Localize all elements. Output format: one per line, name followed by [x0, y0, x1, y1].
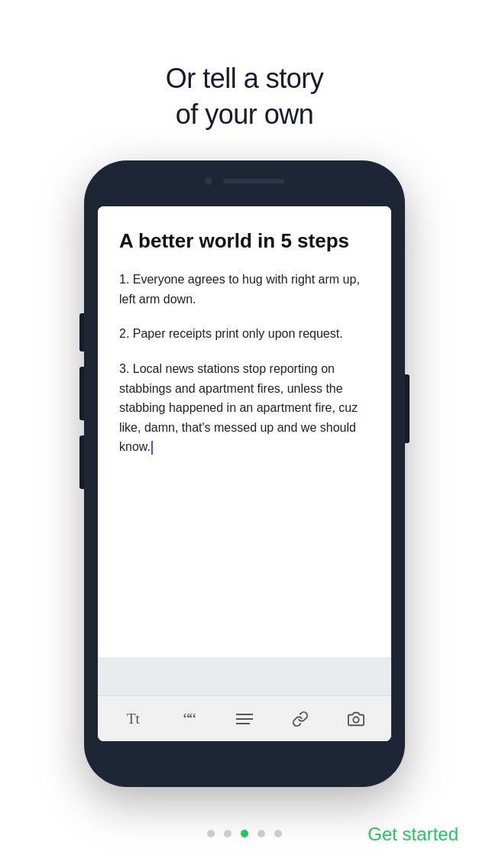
phone-mockup: A better world in 5 steps 1. Everyone ag…	[84, 160, 405, 787]
align-toolbar-button[interactable]	[228, 702, 261, 736]
dot-2[interactable]	[224, 830, 232, 837]
header-line2: of your own	[0, 97, 489, 133]
article-paragraph-2: 2. Paper receipts print only upon reques…	[119, 324, 370, 344]
editor-toolbar: Tt ““	[98, 695, 391, 741]
dot-5[interactable]	[274, 830, 282, 837]
quote-toolbar-button[interactable]: ““	[172, 702, 206, 736]
camera-dot	[205, 177, 212, 185]
keyboard-area	[98, 657, 391, 695]
font-toolbar-button[interactable]: Tt	[116, 702, 150, 736]
speaker-bar	[223, 179, 284, 183]
text-cursor	[151, 441, 153, 455]
article-paragraph-1: 1. Everyone agrees to hug with right arm…	[119, 270, 370, 309]
get-started-button[interactable]: Get started	[368, 824, 458, 845]
volume-down-button	[79, 436, 84, 489]
article-paragraph-3: 3. Local news stations stop reporting on…	[119, 359, 370, 457]
phone-screen: A better world in 5 steps 1. Everyone ag…	[98, 206, 391, 741]
power-button	[405, 374, 410, 443]
phone-notch	[205, 177, 284, 185]
header-line1: Or tell a story	[0, 61, 489, 97]
dot-3-active[interactable]	[241, 830, 248, 837]
page-header: Or tell a story of your own	[0, 0, 489, 133]
phone-outer: A better world in 5 steps 1. Everyone ag…	[84, 160, 405, 787]
dot-4[interactable]	[257, 830, 265, 837]
svg-point-0	[353, 717, 358, 722]
volume-up-button	[79, 367, 84, 420]
link-toolbar-button[interactable]	[283, 702, 317, 736]
camera-toolbar-button[interactable]	[339, 702, 373, 736]
article-title: A better world in 5 steps	[119, 229, 370, 253]
dot-1[interactable]	[207, 830, 215, 837]
article-body: A better world in 5 steps 1. Everyone ag…	[98, 206, 391, 487]
screen-content: A better world in 5 steps 1. Everyone ag…	[98, 206, 391, 741]
